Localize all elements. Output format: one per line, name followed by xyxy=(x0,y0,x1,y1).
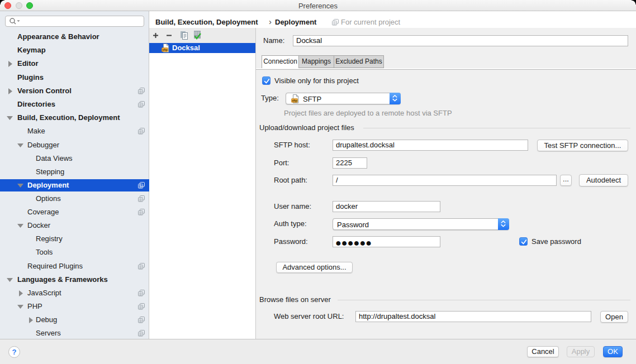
svg-text:sftp: sftp xyxy=(162,48,168,51)
svg-text:sftp: sftp xyxy=(292,99,297,102)
